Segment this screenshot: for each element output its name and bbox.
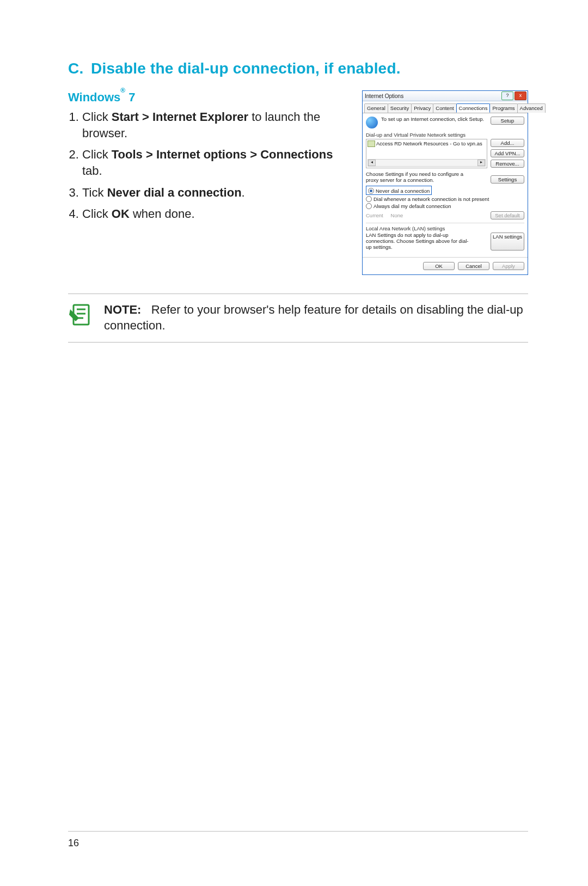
globe-icon <box>366 117 378 129</box>
step-3: Tick Never dial a connection. <box>82 185 352 201</box>
settings-button[interactable]: Settings <box>491 175 524 184</box>
cancel-button[interactable]: Cancel <box>458 262 489 270</box>
never-dial-highlight: Never dial a connection <box>366 186 432 195</box>
section-letter: C. <box>68 60 91 77</box>
step-1: Click Start > Internet Explorer to launc… <box>82 109 352 141</box>
lan-label: Local Area Network (LAN) settings <box>366 225 524 231</box>
setup-button[interactable]: Setup <box>491 117 524 125</box>
list-scrollbar[interactable]: ◂ ▸ <box>367 159 486 167</box>
scroll-right-icon[interactable]: ▸ <box>477 160 485 166</box>
close-button[interactable]: x <box>514 91 526 100</box>
svg-rect-0 <box>74 305 89 325</box>
lan-text: LAN Settings do not apply to dial-up con… <box>366 233 470 250</box>
dialog-footer: OK Cancel Apply <box>363 257 528 274</box>
tab-content[interactable]: Content <box>433 103 456 113</box>
note-block: NOTE: Refer to your browser's help featu… <box>68 294 528 343</box>
section-title: Disable the dial-up connection, if enabl… <box>91 60 401 77</box>
steps-list: Click Start > Internet Explorer to launc… <box>82 109 352 222</box>
help-button[interactable]: ? <box>501 91 513 100</box>
tab-privacy[interactable]: Privacy <box>411 103 433 113</box>
page-footer-rule <box>68 831 528 832</box>
os-heading: Windows® 7 <box>68 90 352 105</box>
setup-text: To set up an Internet connection, click … <box>381 117 487 122</box>
registered-mark: ® <box>120 87 125 94</box>
tab-security[interactable]: Security <box>388 103 412 113</box>
radio-icon <box>366 196 372 202</box>
vpn-listbox[interactable]: Access RD Network Resources - Go to vpn.… <box>366 139 487 168</box>
note-text: NOTE: Refer to your browser's help featu… <box>104 302 528 333</box>
current-value: None <box>391 212 403 218</box>
step-2: Click Tools > Internet options > Connect… <box>82 146 352 179</box>
set-default-button[interactable]: Set default <box>491 211 524 219</box>
scroll-left-icon[interactable]: ◂ <box>368 160 376 166</box>
page-number: 16 <box>68 838 79 849</box>
tab-programs[interactable]: Programs <box>489 103 517 113</box>
current-label: Current <box>366 212 383 218</box>
vpn-item-icon <box>367 140 375 147</box>
lan-settings-button[interactable]: LAN settings <box>491 233 524 250</box>
radio-icon <box>366 203 372 209</box>
note-icon <box>68 302 94 328</box>
ok-button[interactable]: OK <box>423 262 455 270</box>
divider <box>366 223 524 223</box>
internet-options-dialog: Internet Options ? x General Security Pr… <box>362 90 528 275</box>
step-4: Click OK when done. <box>82 206 352 222</box>
os-name: Windows <box>68 90 120 104</box>
radio-never-dial[interactable]: Never dial a connection <box>368 188 430 194</box>
vpn-list-item[interactable]: Access RD Network Resources - Go to vpn.… <box>367 140 486 147</box>
dialog-title: Internet Options <box>365 93 403 99</box>
vpn-label: Dial-up and Virtual Private Network sett… <box>366 132 524 138</box>
tab-connections[interactable]: Connections <box>456 103 491 113</box>
apply-button[interactable]: Apply <box>493 262 524 270</box>
add-button[interactable]: Add... <box>491 139 524 147</box>
add-vpn-button[interactable]: Add VPN... <box>491 149 524 157</box>
tabs-row: General Security Privacy Content Connect… <box>363 101 528 113</box>
tab-advanced[interactable]: Advanced <box>517 103 546 113</box>
radio-selected-icon <box>368 188 374 194</box>
tab-general[interactable]: General <box>364 103 388 113</box>
radio-always-dial[interactable]: Always dial my default connection <box>366 203 524 209</box>
os-version: 7 <box>128 90 135 104</box>
proxy-text: Choose Settings if you need to configure… <box>366 172 468 184</box>
radio-dial-when-absent[interactable]: Dial whenever a network connection is no… <box>366 196 524 202</box>
note-label: NOTE: <box>104 303 141 316</box>
section-heading: C.Disable the dial-up connection, if ena… <box>68 60 528 77</box>
dialog-titlebar[interactable]: Internet Options ? x <box>363 91 528 101</box>
remove-button[interactable]: Remove... <box>491 160 524 168</box>
